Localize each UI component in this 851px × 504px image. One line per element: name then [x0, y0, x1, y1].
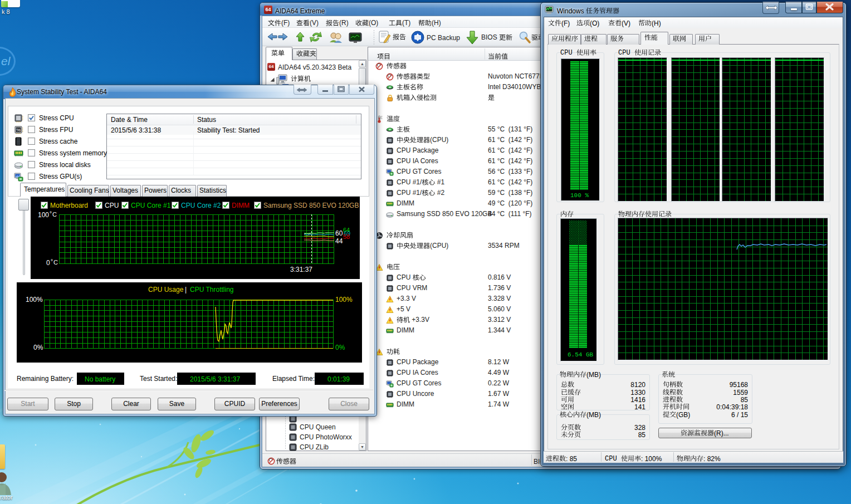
- svg-text:61 °C (142 °F): 61 °C (142 °F): [488, 157, 532, 165]
- svg-text:CPU GT Cores: CPU GT Cores: [397, 379, 441, 387]
- svg-text:CPU #1/: CPU #1/: [397, 189, 422, 197]
- svg-text:44 °C (111 °F): 44 °C (111 °F): [488, 210, 532, 218]
- svg-text:CPU GT Cores: CPU GT Cores: [397, 168, 441, 175]
- svg-text:CPU IA Cores: CPU IA Cores: [397, 157, 438, 165]
- svg-text:(V): (V): [310, 19, 319, 27]
- svg-text:Samsung SSD 850 EVO 120GB: Samsung SSD 850 EVO 120GB: [397, 210, 492, 218]
- svg-text:CPU VRM: CPU VRM: [397, 284, 427, 292]
- svg-text:CPU Package: CPU Package: [397, 146, 439, 154]
- svg-text:1.67 W: 1.67 W: [488, 390, 510, 398]
- svg-text:+5 V: +5 V: [397, 305, 410, 313]
- svg-text:0.816 V: 0.816 V: [488, 273, 511, 281]
- svg-text:CPU #1/: CPU #1/: [397, 178, 422, 186]
- svg-text:(F): (F): [281, 19, 290, 27]
- svg-text:3.312 V: 3.312 V: [488, 316, 511, 324]
- svg-text:0.22 W: 0.22 W: [488, 379, 510, 387]
- svg-text:CPU Uncore: CPU Uncore: [397, 390, 434, 398]
- svg-text:(R): (R): [339, 19, 349, 27]
- svg-text:Nuvoton NCT677F: Nuvoton NCT677F: [488, 72, 544, 80]
- svg-text:49 °C (120 °F): 49 °C (120 °F): [488, 199, 532, 207]
- svg-text:+3.3V: +3.3V: [410, 316, 429, 324]
- svg-text:5.060 V: 5.060 V: [488, 305, 511, 313]
- svg-text:4.49 W: 4.49 W: [488, 369, 510, 376]
- svg-text:DIMM: DIMM: [397, 199, 414, 207]
- svg-text:DIMM: DIMM: [397, 326, 414, 334]
- svg-text:CPU: CPU: [560, 49, 576, 57]
- svg-text:(CPU): (CPU): [430, 242, 448, 249]
- svg-text:61 °C (142 °F): 61 °C (142 °F): [488, 136, 532, 144]
- svg-text:CPU Package: CPU Package: [397, 358, 439, 366]
- svg-text:CPU: CPU: [618, 49, 634, 57]
- svg-text:(O): (O): [369, 19, 378, 27]
- svg-text:CPU: CPU: [397, 273, 413, 281]
- svg-text:1.344 V: 1.344 V: [488, 326, 511, 334]
- svg-text:Intel D34010WYB: Intel D34010WYB: [488, 83, 541, 91]
- svg-text:#1: #1: [435, 178, 444, 186]
- svg-text:55 °C (131 °F): 55 °C (131 °F): [488, 125, 532, 133]
- svg-text:61 °C (142 °F): 61 °C (142 °F): [488, 146, 532, 154]
- svg-text:(T): (T): [402, 19, 410, 27]
- svg-text:#2: #2: [435, 189, 444, 197]
- svg-text:(CPU): (CPU): [430, 136, 448, 144]
- svg-text:(H): (H): [432, 19, 441, 27]
- svg-text:61 °C (142 °F): 61 °C (142 °F): [488, 178, 532, 186]
- svg-text:1.74 W: 1.74 W: [488, 400, 510, 408]
- svg-text:+3.3 V: +3.3 V: [397, 295, 416, 302]
- svg-text:DIMM: DIMM: [397, 400, 414, 408]
- svg-text:59 °C (138 °F): 59 °C (138 °F): [488, 189, 532, 197]
- svg-text:CPU IA Cores: CPU IA Cores: [397, 369, 438, 376]
- svg-text:1.736 V: 1.736 V: [488, 284, 511, 292]
- svg-text:56 °C (133 °F): 56 °C (133 °F): [488, 168, 532, 175]
- svg-text:BIOS: BIOS: [481, 33, 499, 41]
- svg-text:3534 RPM: 3534 RPM: [488, 242, 520, 249]
- svg-text:8.12 W: 8.12 W: [488, 358, 510, 366]
- svg-text:3.328 V: 3.328 V: [488, 295, 511, 302]
